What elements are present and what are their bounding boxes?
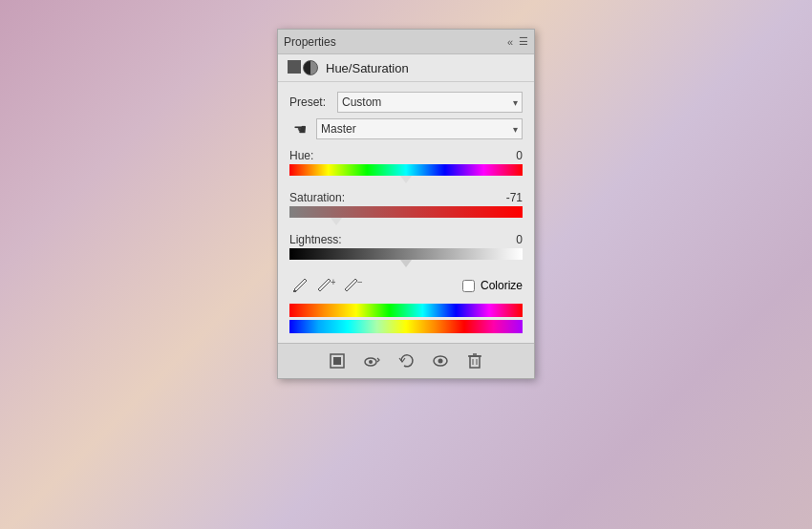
- undo-button[interactable]: [395, 349, 417, 372]
- hue-slider-container: [289, 164, 523, 187]
- hue-label-row: Hue: 0: [289, 149, 523, 162]
- menu-button[interactable]: ☰: [519, 35, 528, 48]
- preset-label: Preset:: [289, 95, 337, 109]
- square-icon: [288, 60, 301, 74]
- saturation-thumb[interactable]: [331, 218, 342, 225]
- view-button[interactable]: [429, 349, 452, 372]
- eyedropper-tool[interactable]: [289, 275, 310, 296]
- panel-tab[interactable]: Properties: [284, 35, 336, 49]
- title-bar: Properties « ☰: [278, 30, 534, 54]
- preset-row: Preset: Custom Default Cyanotype Increas…: [289, 92, 523, 113]
- eyedropper-subtract-tool[interactable]: −: [343, 275, 364, 296]
- color-bar-bottom: [289, 320, 523, 333]
- trash-icon: [467, 352, 482, 370]
- title-bar-left: Properties: [284, 35, 336, 49]
- color-bar-top: [289, 304, 523, 317]
- panel-header: Hue/Saturation: [278, 54, 534, 82]
- color-bars: [289, 304, 523, 333]
- eyedropper-icon: [292, 278, 308, 293]
- hue-label: Hue:: [289, 149, 313, 162]
- channel-select-wrap: Master Reds Yellows Greens Cyans Blues M…: [316, 118, 523, 139]
- properties-panel: Properties « ☰ Hue/Saturation Preset: Cu…: [277, 29, 535, 379]
- lightness-value[interactable]: 0: [494, 233, 523, 246]
- lightness-slider-row: Lightness: 0: [289, 233, 523, 271]
- hue-slider-track[interactable]: [289, 164, 523, 176]
- saturation-slider-track[interactable]: [289, 206, 523, 218]
- visibility-button[interactable]: [360, 349, 383, 372]
- hue-thumb[interactable]: [400, 176, 412, 183]
- svg-text:+: +: [331, 278, 335, 287]
- saturation-slider-container: [289, 206, 523, 229]
- view-icon: [432, 352, 449, 370]
- colorize-checkbox[interactable]: [462, 280, 475, 292]
- lightness-label-row: Lightness: 0: [289, 233, 523, 246]
- title-bar-right: « ☰: [507, 35, 528, 48]
- circle-half-icon: [303, 60, 318, 75]
- saturation-value[interactable]: -71: [494, 191, 523, 204]
- panel-content: Preset: Custom Default Cyanotype Increas…: [278, 82, 534, 343]
- hue-value[interactable]: 0: [494, 149, 523, 162]
- lightness-slider-container: [289, 248, 523, 271]
- svg-rect-9: [470, 356, 480, 368]
- collapse-button[interactable]: «: [507, 36, 513, 48]
- tools-colorize-row: + − Colorize: [289, 275, 523, 296]
- delete-button[interactable]: [463, 349, 486, 372]
- eyedropper-add-icon: +: [318, 278, 335, 293]
- preset-select-wrap: Custom Default Cyanotype Increase Satura…: [337, 92, 523, 113]
- eyedropper-add-tool[interactable]: +: [316, 275, 337, 296]
- lightness-label: Lightness:: [289, 233, 342, 246]
- preset-select[interactable]: Custom Default Cyanotype Increase Satura…: [337, 92, 523, 113]
- svg-point-6: [369, 360, 373, 364]
- undo-icon: [397, 352, 415, 370]
- colorize-label: Colorize: [481, 279, 523, 292]
- svg-rect-0: [293, 290, 296, 292]
- tools-row: + −: [289, 275, 364, 296]
- lightness-slider-track[interactable]: [289, 248, 523, 260]
- hue-saturation-icon: [288, 60, 318, 75]
- svg-point-8: [438, 359, 443, 364]
- panel-title: Hue/Saturation: [326, 61, 409, 75]
- eyedropper-subtract-icon: −: [345, 278, 362, 293]
- svg-rect-4: [333, 357, 341, 365]
- mask-button[interactable]: [326, 349, 349, 372]
- lightness-thumb[interactable]: [400, 260, 412, 267]
- visibility-icon: [362, 352, 381, 370]
- mask-icon: [329, 352, 346, 370]
- channel-select[interactable]: Master Reds Yellows Greens Cyans Blues M…: [316, 118, 523, 139]
- channel-row: ☚ Master Reds Yellows Greens Cyans Blues…: [289, 118, 523, 139]
- svg-text:−: −: [357, 278, 362, 287]
- hand-tool-icon[interactable]: ☚: [289, 120, 310, 138]
- hue-slider-row: Hue: 0: [289, 149, 523, 187]
- colorize-row: Colorize: [462, 279, 523, 292]
- bottom-toolbar: [278, 343, 534, 378]
- saturation-label: Saturation:: [289, 191, 345, 204]
- saturation-label-row: Saturation: -71: [289, 191, 523, 204]
- saturation-slider-row: Saturation: -71: [289, 191, 523, 229]
